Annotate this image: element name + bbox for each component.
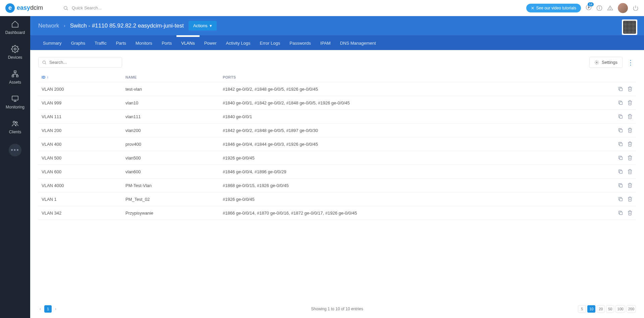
tab-ipam[interactable]: IPAM	[316, 35, 335, 50]
trash-icon[interactable]	[627, 183, 633, 188]
svg-point-21	[43, 61, 45, 63]
top-header: e easydcim Quick Search... See our video…	[0, 0, 644, 16]
page-1[interactable]: 1	[44, 305, 52, 313]
tab-graphs[interactable]: Graphs	[66, 35, 90, 50]
breadcrumb-section[interactable]: Network	[38, 22, 59, 29]
sort-asc-icon: ↑	[47, 75, 49, 79]
page-size-5[interactable]: 5	[578, 305, 586, 313]
power-icon[interactable]	[633, 5, 639, 11]
quick-search[interactable]: Quick Search...	[63, 5, 102, 11]
tab-error-logs[interactable]: Error Logs	[255, 35, 285, 50]
tab-parts[interactable]: Parts	[111, 35, 131, 50]
page-size-200[interactable]: 200	[627, 305, 636, 313]
copy-icon[interactable]	[618, 100, 623, 105]
table-row[interactable]: VLAN 500vlan500#1926 ge-0/0/45	[38, 151, 636, 165]
table-search[interactable]	[38, 57, 122, 67]
copy-icon[interactable]	[618, 210, 623, 216]
page-size-100[interactable]: 100	[615, 305, 625, 313]
svg-point-20	[16, 122, 17, 124]
sidebar-item-assets[interactable]: Assets	[0, 66, 30, 89]
sidebar-item-monitoring[interactable]: Monitoring	[0, 91, 30, 113]
search-icon	[63, 5, 68, 11]
trash-icon[interactable]	[627, 100, 633, 105]
page-next[interactable]: ›	[54, 307, 58, 311]
info-icon[interactable]	[596, 5, 602, 11]
table-row[interactable]: VLAN 111vlan111#1840 ge-0/0/1	[38, 110, 636, 124]
page-size-10[interactable]: 10	[587, 305, 595, 313]
kebab-menu[interactable]: ⋮	[625, 58, 636, 66]
sidebar-item-dashboard[interactable]: Dashboard	[0, 16, 30, 39]
tab-activity-logs[interactable]: Activity Logs	[221, 35, 255, 50]
trash-icon[interactable]	[627, 114, 633, 119]
user-avatar[interactable]	[618, 3, 628, 13]
trash-icon[interactable]	[627, 210, 633, 216]
play-notifications[interactable]: 14	[586, 4, 592, 11]
tab-ports[interactable]: Ports	[157, 35, 176, 50]
table-row[interactable]: VLAN 1PM_Test_02#1926 ge-0/0/45	[38, 192, 636, 206]
cell-name: PM_Test_02	[122, 192, 219, 206]
svg-point-10	[610, 9, 610, 9]
users-icon	[11, 120, 19, 128]
tab-passwords[interactable]: Passwords	[285, 35, 316, 50]
table-search-input[interactable]	[49, 60, 118, 65]
warning-icon[interactable]	[607, 5, 613, 11]
table-row[interactable]: VLAN 4000PM-Test-Vlan#1868 ge-0/0/15, #1…	[38, 179, 636, 192]
tab-traffic[interactable]: Traffic	[90, 35, 111, 50]
trash-icon[interactable]	[627, 155, 633, 161]
table-row[interactable]: VLAN 2000test-vlan#1842 ge-0/0/2, #1848 …	[38, 82, 636, 96]
sidebar-more-button[interactable]: •••	[9, 144, 21, 156]
caret-down-icon: ▾	[210, 23, 212, 28]
copy-icon[interactable]	[618, 86, 623, 92]
quick-search-placeholder: Quick Search...	[72, 5, 102, 10]
cell-name: Przypisywanie	[122, 206, 219, 220]
cell-ports: #1926 ge-0/0/45	[219, 151, 606, 165]
cell-id: VLAN 400	[38, 137, 122, 151]
sidebar-item-devices[interactable]: Devices	[0, 41, 30, 64]
svg-rect-16	[12, 96, 18, 100]
copy-icon[interactable]	[618, 155, 623, 161]
copy-icon[interactable]	[618, 169, 623, 174]
main-area: Network › Switch - #1110 85.92.82.2 easy…	[30, 16, 644, 318]
svg-line-1	[67, 9, 68, 10]
table-row[interactable]: VLAN 342Przypisywanie#1866 ge-0/0/14, #1…	[38, 206, 636, 220]
search-icon	[42, 60, 47, 65]
copy-icon[interactable]	[618, 196, 623, 202]
cell-name: PM-Test-Vlan	[122, 179, 219, 192]
tab-dns-management[interactable]: DNS Management	[335, 35, 381, 50]
table-row[interactable]: VLAN 999vlan10#1840 ge-0/0/1, #1842 ge-0…	[38, 96, 636, 110]
sidebar-item-clients[interactable]: Clients	[0, 116, 30, 138]
copy-icon[interactable]	[618, 128, 623, 133]
table-row[interactable]: VLAN 400prov400#1846 ge-0/0/4, #1844 ge-…	[38, 137, 636, 151]
chevron-right-icon: ›	[64, 23, 65, 28]
copy-icon[interactable]	[618, 114, 623, 119]
copy-icon[interactable]	[618, 183, 623, 188]
settings-button[interactable]: Settings	[589, 57, 623, 68]
table-row[interactable]: VLAN 200vlan200#1842 ge-0/0/2, #1848 ge-…	[38, 124, 636, 137]
tab-power[interactable]: Power	[200, 35, 221, 50]
col-ports[interactable]: PORTS	[219, 73, 606, 82]
gear-icon	[11, 45, 19, 53]
page-size-50[interactable]: 50	[606, 305, 614, 313]
svg-rect-25	[620, 102, 622, 104]
trash-icon[interactable]	[627, 196, 633, 202]
copy-icon[interactable]	[618, 141, 623, 147]
col-name[interactable]: NAME	[122, 73, 219, 82]
trash-icon[interactable]	[627, 86, 633, 92]
tutorials-button[interactable]: See our video tutorials	[526, 4, 581, 12]
actions-button[interactable]: Actions ▾	[189, 21, 217, 31]
qr-code[interactable]	[622, 19, 637, 35]
table-row[interactable]: VLAN 600vlan600#1846 ge-0/0/4, #1896 ge-…	[38, 165, 636, 179]
trash-icon[interactable]	[627, 141, 633, 147]
tab-monitors[interactable]: Monitors	[131, 35, 157, 50]
notification-badge: 14	[588, 2, 594, 6]
trash-icon[interactable]	[627, 128, 633, 133]
logo[interactable]: e easydcim	[5, 3, 43, 13]
tab-summary[interactable]: Summary	[38, 35, 66, 50]
col-id[interactable]: ID↑	[38, 73, 122, 82]
page-size-20[interactable]: 20	[597, 305, 605, 313]
tab-vlans[interactable]: VLANs	[176, 35, 199, 50]
page-prev[interactable]: ‹	[38, 307, 42, 311]
gear-icon	[594, 60, 599, 65]
trash-icon[interactable]	[627, 169, 633, 174]
table-toolbar: Settings ⋮	[38, 57, 636, 68]
